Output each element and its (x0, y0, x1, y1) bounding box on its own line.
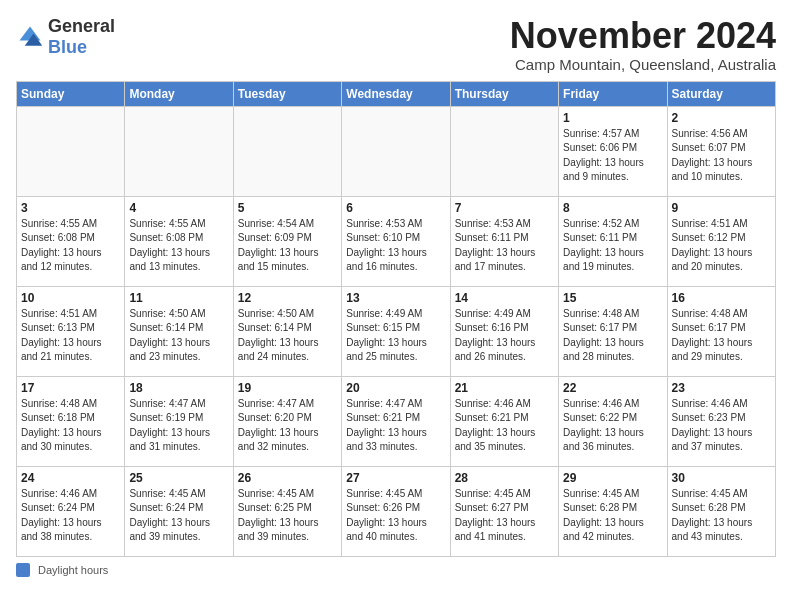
week-row-3: 10Sunrise: 4:51 AM Sunset: 6:13 PM Dayli… (17, 286, 776, 376)
title-area: November 2024 Camp Mountain, Queensland,… (510, 16, 776, 73)
calendar-cell: 12Sunrise: 4:50 AM Sunset: 6:14 PM Dayli… (233, 286, 341, 376)
day-info: Sunrise: 4:57 AM Sunset: 6:06 PM Dayligh… (563, 127, 662, 185)
week-row-5: 24Sunrise: 4:46 AM Sunset: 6:24 PM Dayli… (17, 466, 776, 556)
day-number: 27 (346, 471, 445, 485)
calendar-header-row: SundayMondayTuesdayWednesdayThursdayFrid… (17, 81, 776, 106)
calendar-cell: 2Sunrise: 4:56 AM Sunset: 6:07 PM Daylig… (667, 106, 775, 196)
day-number: 3 (21, 201, 120, 215)
day-number: 25 (129, 471, 228, 485)
week-row-2: 3Sunrise: 4:55 AM Sunset: 6:08 PM Daylig… (17, 196, 776, 286)
calendar-cell: 25Sunrise: 4:45 AM Sunset: 6:24 PM Dayli… (125, 466, 233, 556)
calendar-cell: 13Sunrise: 4:49 AM Sunset: 6:15 PM Dayli… (342, 286, 450, 376)
col-header-tuesday: Tuesday (233, 81, 341, 106)
day-info: Sunrise: 4:45 AM Sunset: 6:25 PM Dayligh… (238, 487, 337, 545)
col-header-sunday: Sunday (17, 81, 125, 106)
calendar-cell: 10Sunrise: 4:51 AM Sunset: 6:13 PM Dayli… (17, 286, 125, 376)
col-header-monday: Monday (125, 81, 233, 106)
day-number: 2 (672, 111, 771, 125)
day-info: Sunrise: 4:54 AM Sunset: 6:09 PM Dayligh… (238, 217, 337, 275)
calendar-table: SundayMondayTuesdayWednesdayThursdayFrid… (16, 81, 776, 557)
day-number: 4 (129, 201, 228, 215)
calendar-cell: 14Sunrise: 4:49 AM Sunset: 6:16 PM Dayli… (450, 286, 558, 376)
footer: Daylight hours (16, 563, 776, 577)
day-info: Sunrise: 4:45 AM Sunset: 6:24 PM Dayligh… (129, 487, 228, 545)
day-number: 20 (346, 381, 445, 395)
calendar-cell: 3Sunrise: 4:55 AM Sunset: 6:08 PM Daylig… (17, 196, 125, 286)
calendar-cell: 29Sunrise: 4:45 AM Sunset: 6:28 PM Dayli… (559, 466, 667, 556)
day-number: 19 (238, 381, 337, 395)
calendar-cell: 26Sunrise: 4:45 AM Sunset: 6:25 PM Dayli… (233, 466, 341, 556)
day-info: Sunrise: 4:51 AM Sunset: 6:12 PM Dayligh… (672, 217, 771, 275)
day-number: 16 (672, 291, 771, 305)
day-number: 30 (672, 471, 771, 485)
day-number: 18 (129, 381, 228, 395)
calendar-cell: 18Sunrise: 4:47 AM Sunset: 6:19 PM Dayli… (125, 376, 233, 466)
header-area: General Blue November 2024 Camp Mountain… (16, 16, 776, 73)
logo-icon (16, 23, 44, 51)
day-info: Sunrise: 4:56 AM Sunset: 6:07 PM Dayligh… (672, 127, 771, 185)
calendar-cell: 15Sunrise: 4:48 AM Sunset: 6:17 PM Dayli… (559, 286, 667, 376)
footer-label: Daylight hours (38, 564, 108, 576)
day-info: Sunrise: 4:45 AM Sunset: 6:28 PM Dayligh… (672, 487, 771, 545)
day-number: 23 (672, 381, 771, 395)
col-header-friday: Friday (559, 81, 667, 106)
month-title: November 2024 (510, 16, 776, 56)
day-number: 5 (238, 201, 337, 215)
col-header-wednesday: Wednesday (342, 81, 450, 106)
logo: General Blue (16, 16, 115, 58)
day-number: 1 (563, 111, 662, 125)
day-info: Sunrise: 4:46 AM Sunset: 6:24 PM Dayligh… (21, 487, 120, 545)
calendar-cell (342, 106, 450, 196)
calendar-cell: 24Sunrise: 4:46 AM Sunset: 6:24 PM Dayli… (17, 466, 125, 556)
day-info: Sunrise: 4:48 AM Sunset: 6:17 PM Dayligh… (563, 307, 662, 365)
day-info: Sunrise: 4:50 AM Sunset: 6:14 PM Dayligh… (129, 307, 228, 365)
day-info: Sunrise: 4:45 AM Sunset: 6:26 PM Dayligh… (346, 487, 445, 545)
day-info: Sunrise: 4:45 AM Sunset: 6:27 PM Dayligh… (455, 487, 554, 545)
day-info: Sunrise: 4:45 AM Sunset: 6:28 PM Dayligh… (563, 487, 662, 545)
week-row-4: 17Sunrise: 4:48 AM Sunset: 6:18 PM Dayli… (17, 376, 776, 466)
calendar-cell: 7Sunrise: 4:53 AM Sunset: 6:11 PM Daylig… (450, 196, 558, 286)
calendar-cell: 22Sunrise: 4:46 AM Sunset: 6:22 PM Dayli… (559, 376, 667, 466)
day-info: Sunrise: 4:46 AM Sunset: 6:23 PM Dayligh… (672, 397, 771, 455)
day-info: Sunrise: 4:48 AM Sunset: 6:18 PM Dayligh… (21, 397, 120, 455)
calendar-cell: 17Sunrise: 4:48 AM Sunset: 6:18 PM Dayli… (17, 376, 125, 466)
day-info: Sunrise: 4:52 AM Sunset: 6:11 PM Dayligh… (563, 217, 662, 275)
day-number: 26 (238, 471, 337, 485)
calendar-cell: 11Sunrise: 4:50 AM Sunset: 6:14 PM Dayli… (125, 286, 233, 376)
calendar-cell (125, 106, 233, 196)
calendar-cell: 6Sunrise: 4:53 AM Sunset: 6:10 PM Daylig… (342, 196, 450, 286)
day-info: Sunrise: 4:50 AM Sunset: 6:14 PM Dayligh… (238, 307, 337, 365)
day-number: 12 (238, 291, 337, 305)
day-number: 15 (563, 291, 662, 305)
calendar-cell (233, 106, 341, 196)
calendar-cell: 20Sunrise: 4:47 AM Sunset: 6:21 PM Dayli… (342, 376, 450, 466)
calendar-cell: 1Sunrise: 4:57 AM Sunset: 6:06 PM Daylig… (559, 106, 667, 196)
calendar-cell: 8Sunrise: 4:52 AM Sunset: 6:11 PM Daylig… (559, 196, 667, 286)
day-number: 9 (672, 201, 771, 215)
day-number: 6 (346, 201, 445, 215)
logo-blue: Blue (48, 37, 87, 57)
day-info: Sunrise: 4:47 AM Sunset: 6:20 PM Dayligh… (238, 397, 337, 455)
day-number: 14 (455, 291, 554, 305)
calendar-cell: 23Sunrise: 4:46 AM Sunset: 6:23 PM Dayli… (667, 376, 775, 466)
week-row-1: 1Sunrise: 4:57 AM Sunset: 6:06 PM Daylig… (17, 106, 776, 196)
calendar-cell: 27Sunrise: 4:45 AM Sunset: 6:26 PM Dayli… (342, 466, 450, 556)
calendar-cell: 30Sunrise: 4:45 AM Sunset: 6:28 PM Dayli… (667, 466, 775, 556)
calendar-cell: 5Sunrise: 4:54 AM Sunset: 6:09 PM Daylig… (233, 196, 341, 286)
logo-general: General (48, 16, 115, 36)
day-info: Sunrise: 4:53 AM Sunset: 6:10 PM Dayligh… (346, 217, 445, 275)
day-number: 21 (455, 381, 554, 395)
calendar-cell: 16Sunrise: 4:48 AM Sunset: 6:17 PM Dayli… (667, 286, 775, 376)
calendar-cell: 9Sunrise: 4:51 AM Sunset: 6:12 PM Daylig… (667, 196, 775, 286)
calendar-cell (450, 106, 558, 196)
calendar-cell: 28Sunrise: 4:45 AM Sunset: 6:27 PM Dayli… (450, 466, 558, 556)
day-info: Sunrise: 4:53 AM Sunset: 6:11 PM Dayligh… (455, 217, 554, 275)
day-info: Sunrise: 4:47 AM Sunset: 6:21 PM Dayligh… (346, 397, 445, 455)
calendar-cell: 21Sunrise: 4:46 AM Sunset: 6:21 PM Dayli… (450, 376, 558, 466)
day-number: 10 (21, 291, 120, 305)
col-header-thursday: Thursday (450, 81, 558, 106)
day-number: 24 (21, 471, 120, 485)
day-info: Sunrise: 4:46 AM Sunset: 6:21 PM Dayligh… (455, 397, 554, 455)
day-info: Sunrise: 4:51 AM Sunset: 6:13 PM Dayligh… (21, 307, 120, 365)
day-number: 11 (129, 291, 228, 305)
